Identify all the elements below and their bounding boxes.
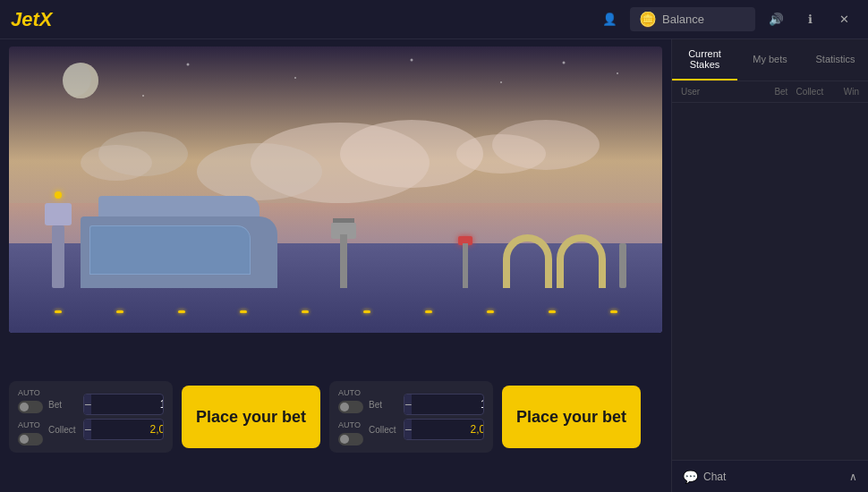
auto-toggle-1[interactable]: [18, 401, 43, 413]
right-panel: Current Stakes My bets Statistics User B…: [671, 39, 868, 492]
runway-lights: [9, 310, 662, 313]
chat-footer: 💬 Chat ∧: [672, 460, 868, 492]
collect-row-2: Collect − +: [369, 419, 484, 440]
bet-minus-2[interactable]: −: [404, 394, 412, 414]
header-right-section: 👤 🪙 Balance 🔊 ℹ ✕: [596, 6, 857, 33]
watchtower-pole: [340, 234, 347, 288]
place-bet-button-1[interactable]: Place your bet: [182, 386, 320, 448]
auto-toggle-2[interactable]: [338, 401, 363, 413]
logo-x: X: [39, 8, 53, 30]
hangar-arch-2: [557, 234, 606, 288]
runway-light-1: [55, 310, 62, 313]
logo-jet: Jet: [11, 8, 39, 30]
app-logo: JetX: [11, 8, 52, 31]
bet-panel-1: AUTO AUTO Bet − +: [9, 381, 173, 453]
chat-label: 💬 Chat: [683, 470, 726, 484]
auto-toggle-1b[interactable]: [18, 433, 43, 445]
hangar-arch-1: [503, 234, 552, 288]
close-icon: ✕: [839, 13, 849, 26]
hangars: [503, 234, 635, 288]
right-pole: [619, 243, 626, 288]
sound-icon: 🔊: [769, 13, 784, 26]
bet-inputs-2: Bet − + Collect − +: [369, 394, 484, 440]
bet-input-wrap-1: − +: [83, 394, 164, 415]
control-tower: [45, 199, 72, 288]
auto-label-1: AUTO: [18, 388, 40, 397]
bet-row-1: Bet − +: [48, 394, 164, 415]
terminal-body: [81, 216, 277, 288]
col-win: Win: [823, 87, 859, 97]
bet-value-input-2[interactable]: [412, 395, 484, 413]
coin-icon: 🪙: [639, 11, 657, 28]
betting-area: AUTO AUTO Bet − +: [0, 333, 671, 492]
svg-point-5: [617, 72, 618, 74]
info-button[interactable]: ℹ: [796, 6, 823, 33]
collect-value-input-1[interactable]: [91, 420, 164, 438]
tab-current-stakes[interactable]: Current Stakes: [672, 39, 737, 81]
runway-light-9: [549, 310, 556, 313]
bet-label-1: Bet: [48, 400, 80, 410]
auto-toggle-2b[interactable]: [338, 433, 363, 445]
game-area: AUTO AUTO Bet − +: [0, 39, 671, 492]
balance-display: 🪙 Balance: [630, 7, 755, 31]
place-bet-button-2[interactable]: Place your bet: [502, 386, 641, 448]
svg-point-0: [187, 64, 190, 66]
collect-row-1: Collect − +: [48, 419, 164, 440]
runway-light-4: [240, 310, 247, 313]
col-user: User: [681, 87, 753, 97]
stakes-table-header: User Bet Collect Win: [672, 81, 868, 103]
info-icon: ℹ: [808, 13, 813, 26]
terminal-glass: [89, 225, 251, 275]
tower-top: [45, 203, 72, 225]
main-layout: AUTO AUTO Bet − +: [0, 39, 868, 492]
collect-value-input-2[interactable]: [412, 420, 484, 438]
toggle-knob-1b: [20, 435, 29, 444]
runway-light-10: [610, 310, 617, 313]
close-button[interactable]: ✕: [830, 6, 857, 33]
runway-light-3: [178, 310, 185, 313]
bet-value-input-1[interactable]: [91, 395, 164, 413]
tabs-header: Current Stakes My bets Statistics: [672, 39, 868, 81]
auto-section-1: AUTO AUTO: [18, 388, 43, 445]
buildings: [9, 136, 662, 288]
game-canvas: [9, 47, 662, 333]
chat-text: Chat: [703, 471, 726, 483]
toggle-knob-2b: [340, 435, 349, 444]
bet-input-wrap-2: − +: [404, 394, 484, 415]
collect-input-wrap-1: − +: [83, 419, 164, 440]
user-icon-button[interactable]: 👤: [596, 6, 623, 33]
tower-body: [52, 225, 64, 288]
col-collect: Collect: [787, 87, 823, 97]
app-header: JetX 👤 🪙 Balance 🔊 ℹ ✕: [0, 0, 868, 39]
tab-my-bets[interactable]: My bets: [737, 39, 803, 81]
chat-chevron-icon[interactable]: ∧: [849, 471, 857, 483]
svg-point-2: [411, 59, 413, 62]
collect-label-2: Collect: [369, 425, 400, 435]
runway-light-6: [363, 310, 370, 313]
watchtower-right-wrap: [610, 234, 635, 288]
collect-minus-1[interactable]: −: [84, 420, 91, 439]
tab-statistics[interactable]: Statistics: [803, 39, 868, 81]
svg-point-1: [294, 77, 296, 79]
sky-scene: [9, 47, 662, 333]
sound-button[interactable]: 🔊: [762, 6, 789, 33]
bet-inputs-1: Bet − + Collect − +: [48, 394, 164, 440]
runway-light-8: [487, 310, 494, 313]
balance-label: Balance: [662, 13, 704, 26]
bet-panel-2: AUTO AUTO Bet − +: [329, 381, 493, 453]
auto-label-2: AUTO: [338, 388, 361, 397]
col-bet: Bet: [753, 87, 788, 97]
auto-section-2: AUTO AUTO: [338, 388, 363, 445]
bet-row-2: Bet − +: [369, 394, 484, 415]
collect-minus-2[interactable]: −: [404, 420, 412, 439]
terminal-building: [81, 190, 277, 288]
auto-label-2b: AUTO: [338, 420, 361, 429]
signal-pole: [463, 243, 468, 288]
bet-minus-1[interactable]: −: [84, 394, 91, 414]
runway-light-5: [302, 310, 309, 313]
user-icon: 👤: [602, 13, 617, 26]
runway-light-2: [116, 310, 123, 313]
watchtower-small: [331, 216, 356, 288]
collect-input-wrap-2: − +: [404, 419, 484, 440]
tower-light: [55, 191, 62, 199]
